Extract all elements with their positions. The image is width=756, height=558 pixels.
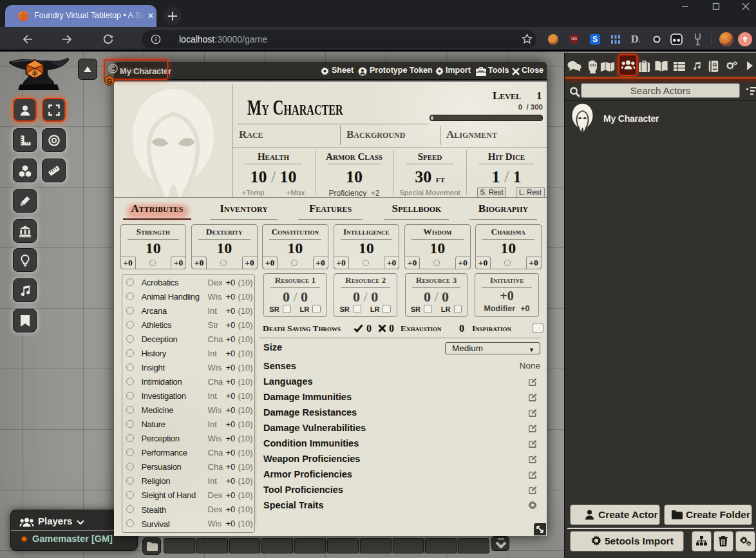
svg-text:UO: UO <box>571 37 577 41</box>
svg-text:20: 20 <box>32 70 37 76</box>
